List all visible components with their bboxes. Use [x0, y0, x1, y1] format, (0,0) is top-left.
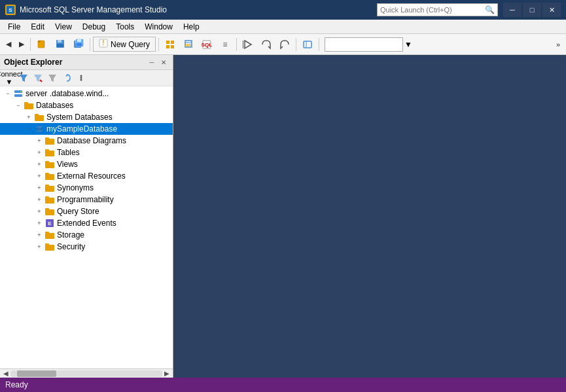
oe-filter3-button[interactable] [46, 71, 59, 84]
system-databases-expander[interactable] [24, 112, 34, 122]
new-query-button[interactable]: ! New Query [93, 37, 156, 52]
toolbar-options-button[interactable]: » [553, 37, 563, 52]
object-explorer-panel: Object Explorer ─ ✕ Connect ▼ [0, 55, 173, 378]
maximize-button[interactable]: □ [523, 3, 541, 17]
menu-edit[interactable]: Edit [26, 21, 50, 33]
system-databases-node[interactable]: System Databases [0, 111, 173, 123]
system-databases-icon [34, 112, 44, 122]
oe-tree[interactable]: server .database.wind... Databases Syste… [0, 86, 173, 368]
tree-item-0-expander[interactable] [34, 135, 44, 146]
tree-item-6[interactable]: Query Store [0, 205, 173, 217]
svg-rect-3 [38, 41, 41, 43]
tb-btn-6[interactable]: SQL [198, 37, 215, 52]
tree-item-3-expander[interactable] [34, 171, 44, 181]
app-icon: S [5, 5, 16, 15]
window-controls: ─ □ ✕ [503, 3, 561, 17]
tree-item-8-expander[interactable] [34, 230, 44, 240]
tree-item-9[interactable]: Security [0, 241, 173, 253]
tb-btn-9[interactable] [258, 37, 275, 52]
object-explorer-title: Object Explorer [4, 58, 62, 67]
oe-scroll-thumb[interactable] [17, 370, 56, 377]
tree-item-4-expander[interactable] [34, 183, 44, 193]
database-dropdown[interactable]: ▼ [325, 37, 412, 52]
quick-launch-input[interactable] [380, 6, 485, 14]
tree-item-7-expander[interactable] [34, 218, 44, 228]
svg-text:XML: XML [185, 43, 193, 47]
tree-item-4[interactable]: Synonyms [0, 182, 173, 194]
forward-button[interactable]: ▶ [16, 37, 27, 52]
tree-item-3-label: External Resources [56, 171, 126, 181]
svg-rect-10 [77, 39, 81, 42]
svg-point-40 [36, 126, 43, 128]
quick-launch-search[interactable]: 🔍 [377, 3, 498, 16]
tb-btn-4[interactable] [162, 37, 179, 52]
scroll-right-btn[interactable]: ▶ [162, 369, 171, 378]
tb-btn-11[interactable] [299, 37, 316, 52]
menu-debug[interactable]: Debug [77, 21, 111, 33]
oe-refresh-button[interactable] [60, 71, 73, 84]
oe-filter-button[interactable] [17, 71, 30, 84]
tree-item-1-label: Tables [56, 148, 80, 157]
svg-line-29 [40, 80, 42, 82]
my-database-node[interactable]: mySampleDatabase [0, 123, 173, 135]
tree-item-9-expander[interactable] [34, 241, 44, 252]
menu-view[interactable]: View [50, 21, 77, 33]
scroll-left-btn[interactable]: ◀ [1, 369, 10, 378]
new-query-label: New Query [111, 40, 150, 49]
my-database-expander[interactable] [24, 124, 34, 134]
tree-item-1[interactable]: Tables [0, 147, 173, 158]
oe-filter2-button[interactable] [31, 71, 44, 84]
tb-btn-8[interactable] [239, 37, 256, 52]
tree-item-0-icon [44, 135, 55, 146]
forward-icon: ▶ [19, 40, 24, 48]
separator-5 [296, 38, 296, 51]
status-text: Ready [5, 380, 28, 389]
tree-item-3[interactable]: External Resources [0, 170, 173, 182]
save-icon [55, 39, 65, 50]
svg-marker-30 [48, 75, 56, 82]
server-node[interactable]: server .database.wind... [0, 88, 173, 99]
svg-rect-25 [304, 41, 311, 48]
svg-rect-11 [77, 43, 82, 46]
oe-header-controls: ─ ✕ [147, 57, 169, 67]
menu-bar: File Edit View Debug Tools Window Help [0, 20, 566, 34]
tree-item-0[interactable]: Database Diagrams [0, 135, 173, 147]
tree-item-2-icon [44, 159, 55, 169]
tree-item-6-expander[interactable] [34, 206, 44, 217]
tb-btn-7[interactable]: ≡ [217, 37, 234, 52]
oe-scrollbar[interactable]: ◀ ▶ [0, 368, 173, 378]
menu-window[interactable]: Window [139, 21, 178, 33]
databases-node[interactable]: Databases [0, 99, 173, 111]
menu-tools[interactable]: Tools [111, 21, 139, 33]
menu-file[interactable]: File [3, 21, 26, 33]
svg-rect-5 [58, 40, 62, 43]
tb-btn-5[interactable]: XML [180, 37, 197, 52]
tree-item-2[interactable]: Views [0, 158, 173, 170]
tree-item-1-expander[interactable] [34, 147, 44, 158]
oe-connect-button[interactable]: Connect ▼ [3, 71, 16, 84]
oe-close-button[interactable]: ✕ [158, 57, 169, 67]
tree-item-0-label: Database Diagrams [56, 136, 126, 145]
tb-btn-10[interactable] [276, 37, 293, 52]
databases-expander[interactable] [13, 100, 24, 111]
main-content: Object Explorer ─ ✕ Connect ▼ [0, 55, 566, 378]
save-button[interactable] [52, 37, 69, 52]
tree-item-5[interactable]: Programmability [0, 194, 173, 205]
my-database-label: mySampleDatabase [46, 124, 117, 134]
svg-rect-17 [171, 45, 174, 48]
back-button[interactable]: ◀ [3, 37, 14, 52]
minimize-button[interactable]: ─ [503, 3, 522, 17]
open-file-button[interactable] [33, 37, 50, 52]
oe-options-button[interactable] [75, 71, 88, 84]
tree-item-5-expander[interactable] [34, 194, 44, 205]
menu-help[interactable]: Help [178, 21, 205, 33]
tree-item-8[interactable]: Storage [0, 229, 173, 241]
oe-pin-button[interactable]: ─ [147, 57, 157, 67]
tree-item-7[interactable]: E Extended Events [0, 217, 173, 229]
databases-label: Databases [35, 101, 73, 110]
close-button[interactable]: ✕ [542, 3, 561, 17]
server-expander[interactable] [3, 88, 13, 99]
separator-2 [90, 38, 90, 51]
save-all-button[interactable] [70, 37, 87, 52]
tree-item-2-expander[interactable] [34, 159, 44, 169]
